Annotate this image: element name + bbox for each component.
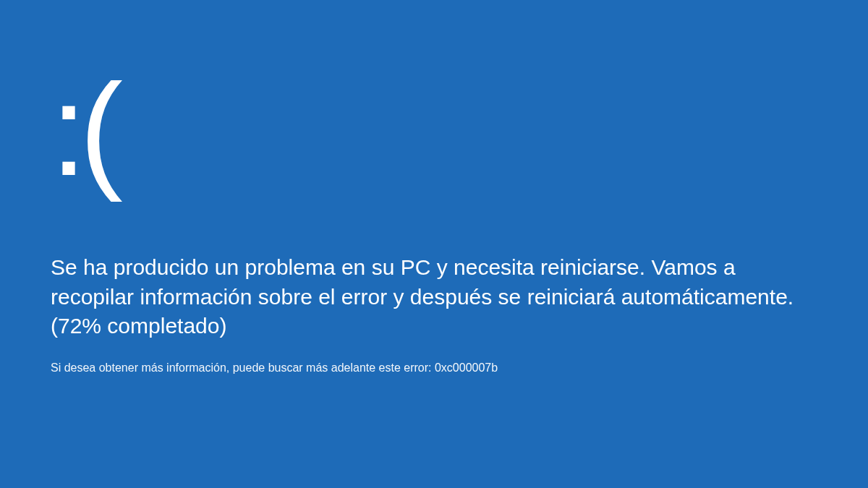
error-detail-message: Si desea obtener más información, puede … — [51, 361, 817, 374]
bsod-screen: :( Se ha producido un problema en su PC … — [0, 0, 868, 374]
error-main-message: Se ha producido un problema en su PC y n… — [51, 253, 817, 341]
sad-face-icon: :( — [51, 65, 817, 195]
